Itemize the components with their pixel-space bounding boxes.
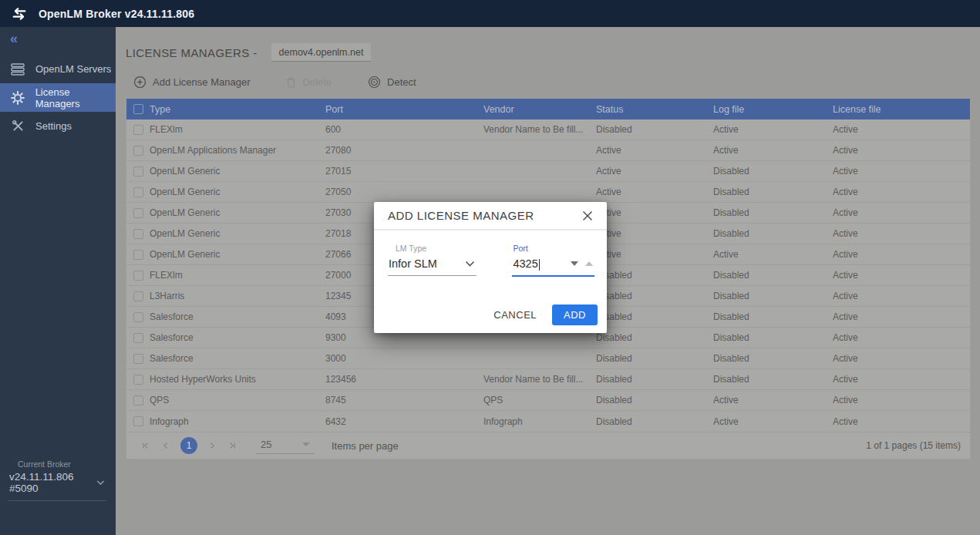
select-all-checkbox[interactable] (133, 104, 143, 114)
cell-status: Disabled (596, 124, 713, 135)
items-per-page-select[interactable]: 25 (256, 437, 315, 454)
sidebar-nav: OpenLM Servers (0, 55, 116, 140)
cell-port: 6432 (325, 416, 483, 427)
row-checkbox[interactable] (133, 167, 143, 177)
server-name-input[interactable]: demov4.openlm.net (271, 43, 372, 62)
cell-status: Active (596, 228, 713, 239)
table-row[interactable]: OpenLM Applications Manager27080ActiveAc… (126, 140, 970, 161)
cell-type: FLEXlm (150, 124, 325, 135)
sidebar-item-openlm-servers[interactable]: OpenLM Servers (0, 55, 116, 83)
dialog-header: ADD LICENSE MANAGER (374, 202, 607, 230)
column-header-license-file[interactable]: License file (833, 104, 970, 115)
cell-log-file: Disabled (713, 187, 833, 197)
app-title: OpenLM Broker v24.11.11.806 (39, 8, 194, 20)
table-row[interactable]: OpenLM Generic27015ActiveDisabledActive (126, 161, 970, 182)
cell-status: Disabled (596, 416, 713, 427)
page-title: LICENSE MANAGERS - (126, 46, 258, 59)
detect-target-icon (368, 76, 381, 89)
first-page-icon (141, 441, 150, 450)
row-checkbox[interactable] (133, 333, 143, 343)
sidebar-collapse-button[interactable]: « (0, 27, 116, 50)
cell-license-file: Active (833, 228, 970, 239)
cell-status: Disabled (596, 311, 713, 322)
lm-type-select[interactable]: Infor SLM (388, 256, 477, 276)
cell-license-file: Active (833, 291, 970, 301)
row-checkbox[interactable] (133, 271, 143, 281)
row-checkbox[interactable] (133, 291, 143, 301)
row-checkbox[interactable] (133, 250, 143, 260)
previous-page-button[interactable] (156, 436, 176, 455)
cell-port: 27050 (325, 187, 483, 197)
table-row[interactable]: Infograph6432InfographDisabledActiveActi… (126, 411, 970, 432)
cancel-button[interactable]: CANCEL (493, 309, 537, 321)
cell-license-file: Active (833, 416, 970, 427)
row-checkbox[interactable] (133, 125, 143, 135)
row-checkbox[interactable] (133, 375, 143, 385)
add-button[interactable]: ADD (552, 305, 598, 325)
table-row[interactable]: Salesforce3000DisabledDisabledActive (126, 348, 970, 369)
detect-button[interactable]: Detect (368, 76, 416, 89)
port-label: Port (513, 244, 594, 253)
column-header-port[interactable]: Port (325, 104, 483, 115)
next-page-button[interactable] (202, 436, 222, 455)
row-checkbox[interactable] (133, 229, 143, 239)
table-row[interactable]: OpenLM Generic27050ActiveDisabledActive (126, 182, 970, 203)
add-circle-icon (133, 76, 146, 89)
row-checkbox[interactable] (133, 354, 143, 364)
cell-status: Disabled (596, 353, 713, 364)
cell-status: Disabled (596, 395, 713, 405)
cell-status: Disabled (596, 374, 713, 385)
app-root: OpenLM Broker v24.11.11.806 « OpenLM Ser… (0, 0, 980, 535)
column-header-vendor[interactable]: Vendor (483, 104, 596, 115)
column-header-status[interactable]: Status (596, 104, 713, 115)
close-button[interactable] (581, 209, 594, 223)
first-page-button[interactable] (136, 436, 156, 455)
cell-status: Active (596, 145, 713, 156)
trash-icon (286, 76, 296, 88)
dialog-footer: CANCEL ADD (493, 305, 598, 325)
port-input[interactable]: 4325 (512, 256, 594, 277)
swap-arrows-icon (11, 7, 28, 21)
sidebar-item-label: OpenLM Servers (35, 63, 111, 75)
row-checkbox[interactable] (133, 187, 143, 197)
lm-type-field: LM Type Infor SLM (388, 244, 477, 277)
current-broker-select[interactable]: v24.11.11.806 #5090 (8, 471, 106, 501)
cell-vendor: Vendor Name to Be fill... (483, 124, 596, 135)
chevron-down-icon (302, 442, 310, 446)
spinner-up-icon[interactable] (585, 261, 593, 266)
column-header-log-file[interactable]: Log file (713, 104, 833, 115)
text-cursor (539, 259, 541, 271)
cell-type: Salesforce (150, 353, 325, 364)
row-checkbox[interactable] (133, 312, 143, 322)
last-page-button[interactable] (222, 436, 242, 455)
lm-type-label: LM Type (396, 244, 477, 253)
cell-log-file: Disabled (713, 332, 833, 343)
column-header-type[interactable]: Type (150, 104, 325, 115)
table-row[interactable]: FLEXlm600Vendor Name to Be fill...Disabl… (126, 119, 970, 140)
sidebar-item-license-managers[interactable]: License Managers (0, 83, 116, 112)
spinner-down-icon[interactable] (571, 261, 578, 266)
cell-license-file: Active (833, 124, 970, 135)
cell-type: OpenLM Generic (150, 249, 325, 260)
table-row[interactable]: Hosted HyperWorks Units123456Vendor Name… (126, 369, 970, 390)
row-checkbox[interactable] (133, 416, 143, 426)
table-row[interactable]: QPS8745QPSDisabledActiveActive (126, 390, 970, 411)
chevron-left-icon (161, 441, 170, 450)
cell-status: Active (596, 166, 713, 177)
row-checkbox[interactable] (133, 208, 143, 218)
page-number-button[interactable]: 1 (180, 437, 197, 454)
cell-type: OpenLM Generic (150, 166, 325, 177)
sidebar-item-settings[interactable]: Settings (0, 112, 116, 140)
cell-type: L3Harris (150, 291, 325, 301)
row-checkbox[interactable] (133, 395, 143, 405)
add-license-manager-button[interactable]: Add License Manager (133, 76, 250, 89)
sidebar: « OpenLM Servers (0, 27, 116, 535)
cell-log-file: Disabled (713, 353, 833, 364)
dialog-body: LM Type Infor SLM Port 4325 (374, 230, 607, 277)
row-checkbox[interactable] (133, 146, 143, 156)
delete-button[interactable]: Delete (286, 76, 332, 88)
cell-type: Salesforce (150, 332, 325, 343)
page-header: LICENSE MANAGERS - demov4.openlm.net (126, 38, 971, 67)
dialog-title: ADD LICENSE MANAGER (388, 209, 534, 222)
cell-type: FLEXlm (150, 270, 325, 281)
